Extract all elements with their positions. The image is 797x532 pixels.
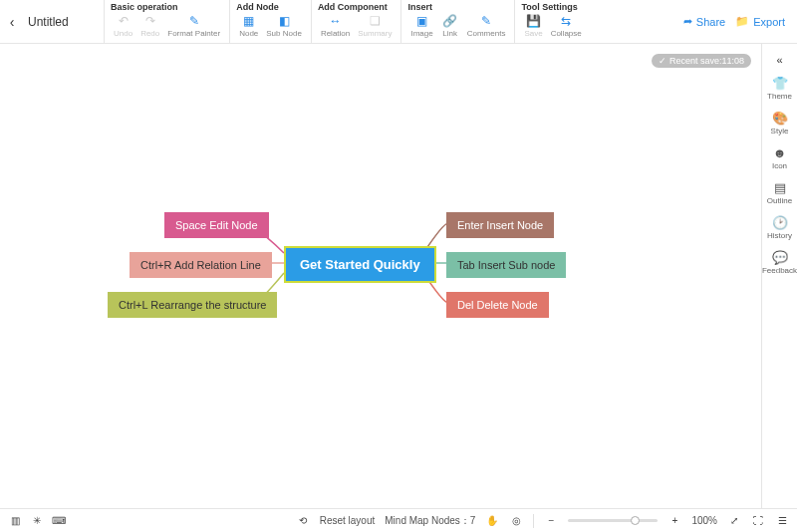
style-tab[interactable]: 🎨Style (762, 107, 797, 139)
collapse-icon: ⇆ (559, 14, 573, 28)
keyboard-icon[interactable]: ⌨ (52, 514, 66, 528)
reset-layout-button[interactable]: Reset layout (320, 515, 376, 526)
left-node-1[interactable]: Ctrl+R Add Relation Line (130, 252, 272, 278)
target-icon[interactable]: ◎ (509, 514, 523, 528)
share-button[interactable]: ➦Share (683, 15, 725, 28)
group-basic-operation: Basic operation ↶Undo ↷Redo ✎Format Pain… (104, 0, 229, 43)
nodes-label: Mind Map Nodes：7 (385, 514, 475, 528)
group-add-node: Add Node ▦Node ◧Sub Node (229, 0, 311, 43)
outline-icon: ▤ (774, 180, 786, 195)
summary-button[interactable]: ❏Summary (355, 14, 395, 38)
export-icon: 📁 (735, 15, 749, 28)
fullscreen-icon[interactable]: ⛶ (751, 514, 765, 528)
style-icon: 🎨 (772, 111, 788, 126)
comments-button[interactable]: ✎Comments (464, 14, 509, 38)
sidebar-collapse-button[interactable]: « (772, 50, 786, 70)
group-label: Insert (407, 0, 508, 12)
format-painter-icon: ✎ (187, 14, 201, 28)
top-right-actions: ➦Share 📁Export (683, 0, 797, 43)
feedback-tab[interactable]: 💬Feedback (762, 246, 797, 279)
image-icon: ▣ (415, 14, 429, 28)
autosave-badge: ✓Recent save:11:08 (652, 54, 751, 68)
group-add-component: Add Component ↔Relation ❏Summary (311, 0, 401, 43)
right-node-1[interactable]: Tab Insert Sub node (446, 252, 566, 278)
theme-tab[interactable]: 👕Theme (762, 72, 797, 105)
relation-icon: ↔ (329, 14, 343, 28)
history-tab[interactable]: 🕑History (762, 211, 797, 244)
group-insert: Insert ▣Image 🔗Link ✎Comments (400, 0, 514, 43)
comments-icon: ✎ (479, 14, 493, 28)
zoom-slider[interactable] (568, 519, 658, 522)
left-node-0[interactable]: Space Edit Node (164, 212, 269, 238)
link-button[interactable]: 🔗Link (438, 14, 462, 38)
check-icon: ✓ (659, 56, 666, 66)
hand-tool-icon[interactable]: ✋ (485, 514, 499, 528)
group-label: Add Component (318, 0, 396, 12)
slider-knob[interactable] (631, 516, 640, 525)
right-sidebar: « 👕Theme 🎨Style ☻Icon ▤Outline 🕑History … (761, 44, 797, 508)
undo-icon: ↶ (117, 14, 131, 28)
settings-icon[interactable]: ✳ (30, 514, 44, 528)
redo-button[interactable]: ↷Redo (137, 14, 162, 38)
undo-button[interactable]: ↶Undo (111, 14, 135, 38)
node-button[interactable]: ▦Node (236, 14, 261, 38)
group-label: Add Node (236, 0, 305, 12)
collapse-button[interactable]: ⇆Collapse (548, 14, 585, 38)
sub-node-icon: ◧ (277, 14, 291, 28)
link-icon: 🔗 (443, 14, 457, 28)
zoom-level: 100% (691, 515, 717, 526)
divider (533, 514, 534, 528)
save-button[interactable]: 💾Save (521, 14, 545, 38)
outline-tab[interactable]: ▤Outline (762, 176, 797, 209)
right-node-0[interactable]: Enter Insert Node (446, 212, 554, 238)
back-button[interactable]: ‹ (0, 0, 24, 43)
feedback-icon: 💬 (772, 250, 788, 265)
history-icon: 🕑 (772, 215, 788, 230)
fit-icon[interactable]: ⤢ (727, 514, 741, 528)
group-label: Basic operation (111, 0, 223, 12)
zoom-in-button[interactable]: + (667, 514, 681, 528)
relation-button[interactable]: ↔Relation (318, 14, 353, 38)
reset-layout-icon[interactable]: ⟲ (296, 514, 310, 528)
view-icon[interactable]: ▥ (8, 514, 22, 528)
image-button[interactable]: ▣Image (407, 14, 435, 38)
top-toolbar: ‹ Untitled Basic operation ↶Undo ↷Redo ✎… (0, 0, 797, 44)
export-button[interactable]: 📁Export (735, 15, 785, 28)
group-label: Tool Settings (521, 0, 584, 12)
more-icon[interactable]: ☰ (775, 514, 789, 528)
share-icon: ➦ (683, 15, 692, 28)
node-icon: ▦ (242, 14, 256, 28)
center-node[interactable]: Get Started Quickly (284, 246, 436, 283)
right-node-2[interactable]: Del Delete Node (446, 292, 549, 318)
icon-tab[interactable]: ☻Icon (762, 141, 797, 174)
summary-icon: ❏ (368, 14, 382, 28)
canvas[interactable]: ✓Recent save:11:08 Get Started Quickly S… (0, 44, 761, 508)
mindmap: Get Started Quickly Space Edit Node Ctrl… (90, 178, 568, 338)
document-title[interactable]: Untitled (24, 0, 104, 43)
zoom-out-button[interactable]: − (544, 514, 558, 528)
sub-node-button[interactable]: ◧Sub Node (263, 14, 305, 38)
group-tool-settings: Tool Settings 💾Save ⇆Collapse (514, 0, 590, 43)
icon-icon: ☻ (773, 145, 787, 160)
format-painter-button[interactable]: ✎Format Painter (164, 14, 223, 38)
save-icon: 💾 (527, 14, 541, 28)
status-bar: ▥ ✳ ⌨ ⟲ Reset layout Mind Map Nodes：7 ✋ … (0, 508, 797, 532)
theme-icon: 👕 (772, 76, 788, 91)
redo-icon: ↷ (143, 14, 157, 28)
left-node-2[interactable]: Ctrl+L Rearrange the structure (108, 292, 277, 318)
